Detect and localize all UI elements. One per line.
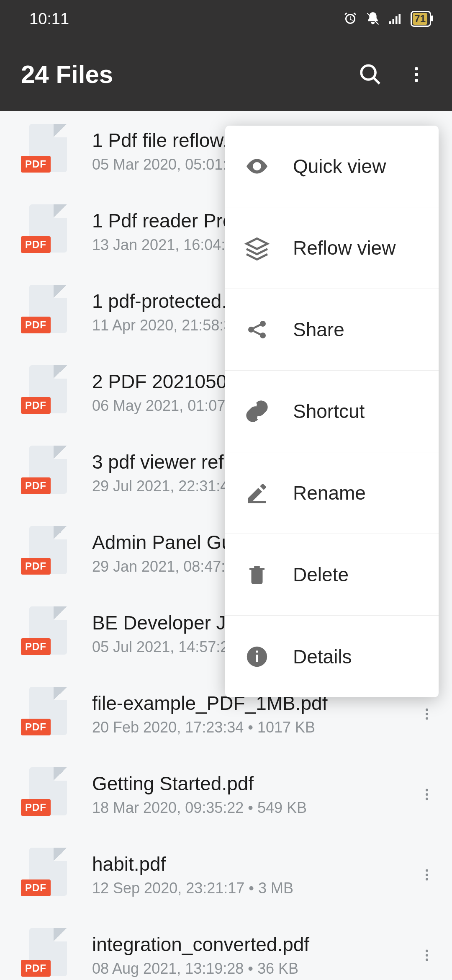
page-title: 24 Files [21,60,347,89]
pdf-badge: PDF [21,236,51,253]
pdf-file-icon: PDF [21,767,67,822]
file-size: 1017 KB [257,719,315,736]
more-vert-icon [419,867,434,882]
pdf-badge: PDF [21,879,51,896]
pdf-badge: PDF [21,960,51,977]
file-row[interactable]: PDFhabit.pdf12 Sep 2020, 23:21:17•3 MB [0,835,452,915]
file-date: 29 Jul 2021, 22:31:46 [92,477,237,495]
signal-icon [388,11,403,26]
menu-item-label: Reflow view [293,237,396,259]
menu-item-details[interactable]: Details [225,616,439,697]
svg-point-36 [426,869,428,872]
more-vert-icon [419,707,434,722]
stack-icon [242,233,272,263]
file-meta: 20 Feb 2020, 17:23:34•1017 KB [92,719,410,736]
more-vert-icon [419,787,434,802]
svg-point-31 [426,713,428,715]
file-date: 08 Aug 2021, 13:19:28 [92,960,244,977]
svg-rect-1 [393,19,395,24]
svg-line-5 [373,77,380,84]
pdf-badge: PDF [21,477,51,494]
file-info: habit.pdf12 Sep 2020, 23:21:17•3 MB [92,853,410,897]
file-info: Getting Started.pdf18 Mar 2020, 09:35:22… [92,772,410,817]
svg-point-39 [426,950,428,952]
pdf-file-icon: PDF [21,124,67,178]
svg-point-33 [426,789,428,792]
context-menu: Quick viewReflow viewShareShortcutRename… [225,126,439,697]
pdf-file-icon: PDF [21,526,67,580]
svg-point-6 [415,67,418,70]
file-date: 20 Feb 2020, 17:23:34 [92,719,244,736]
file-date: 05 Jul 2021, 14:57:24 [92,638,237,655]
alarm-icon [343,11,358,26]
file-size: 36 KB [257,960,298,977]
search-icon [358,62,383,87]
pdf-badge: PDF [21,397,51,414]
svg-point-35 [426,798,428,800]
file-date: 29 Jan 2021, 08:47:54 [92,558,242,575]
file-row[interactable]: PDFintegration_converted.pdf08 Aug 2021,… [0,915,452,980]
svg-rect-0 [389,21,391,24]
file-size: 549 KB [257,799,307,816]
menu-item-reflow-view[interactable]: Reflow view [225,207,439,289]
svg-point-37 [426,874,428,876]
mute-icon [365,11,380,26]
eye-icon [242,151,272,181]
svg-point-41 [426,959,428,961]
row-more-button[interactable] [410,939,444,972]
file-name: habit.pdf [92,853,410,875]
pdf-badge: PDF [21,156,51,173]
pdf-badge: PDF [21,558,51,575]
pdf-file-icon: PDF [21,928,67,980]
pdf-file-icon: PDF [21,204,67,259]
svg-point-44 [260,333,266,338]
svg-point-43 [260,321,266,327]
svg-point-8 [415,79,418,82]
row-more-button[interactable] [410,697,444,731]
file-name: integration_converted.pdf [92,933,410,956]
overflow-menu-button[interactable] [393,52,439,98]
pdf-file-icon: PDF [21,446,67,500]
more-vert-icon [406,64,426,85]
file-info: integration_converted.pdf08 Aug 2021, 13… [92,933,410,977]
menu-item-delete[interactable]: Delete [225,534,439,616]
menu-item-label: Share [293,318,344,341]
info-icon [242,642,272,672]
pdf-file-icon: PDF [21,285,67,339]
battery-icon: 71 [411,11,431,27]
menu-item-share[interactable]: Share [225,289,439,371]
app-bar: 24 Files [0,38,452,111]
svg-rect-48 [256,650,258,652]
file-date: 05 Mar 2020, 05:01:50 [92,156,244,173]
svg-point-30 [426,709,428,711]
pdf-file-icon: PDF [21,606,67,661]
share-icon [242,315,272,345]
file-date: 13 Jan 2021, 16:04:26 [92,236,242,253]
row-more-button[interactable] [410,778,444,811]
search-button[interactable] [347,52,393,98]
file-name: Getting Started.pdf [92,772,410,795]
menu-item-label: Shortcut [293,400,365,423]
menu-item-label: Rename [293,482,366,504]
file-row[interactable]: PDFGetting Started.pdf18 Mar 2020, 09:35… [0,754,452,835]
svg-point-42 [248,327,254,333]
file-date: 06 May 2021, 01:07:2 [92,397,238,414]
pdf-file-icon: PDF [21,848,67,902]
menu-item-shortcut[interactable]: Shortcut [225,371,439,452]
menu-item-rename[interactable]: Rename [225,452,439,534]
svg-point-38 [426,878,428,881]
status-time: 10:11 [29,10,69,28]
menu-item-quick-view[interactable]: Quick view [225,126,439,207]
pdf-badge: PDF [21,317,51,333]
file-date: 18 Mar 2020, 09:35:22 [92,799,244,816]
file-size: 3 MB [258,879,293,897]
status-icons-group: 71 [343,11,431,27]
svg-point-32 [426,717,428,720]
pdf-badge: PDF [21,638,51,655]
svg-rect-45 [248,501,266,503]
svg-point-34 [426,793,428,796]
file-meta: 08 Aug 2021, 13:19:28•36 KB [92,960,410,977]
svg-point-7 [415,73,418,76]
row-more-button[interactable] [410,858,444,892]
trash-icon [242,560,272,590]
